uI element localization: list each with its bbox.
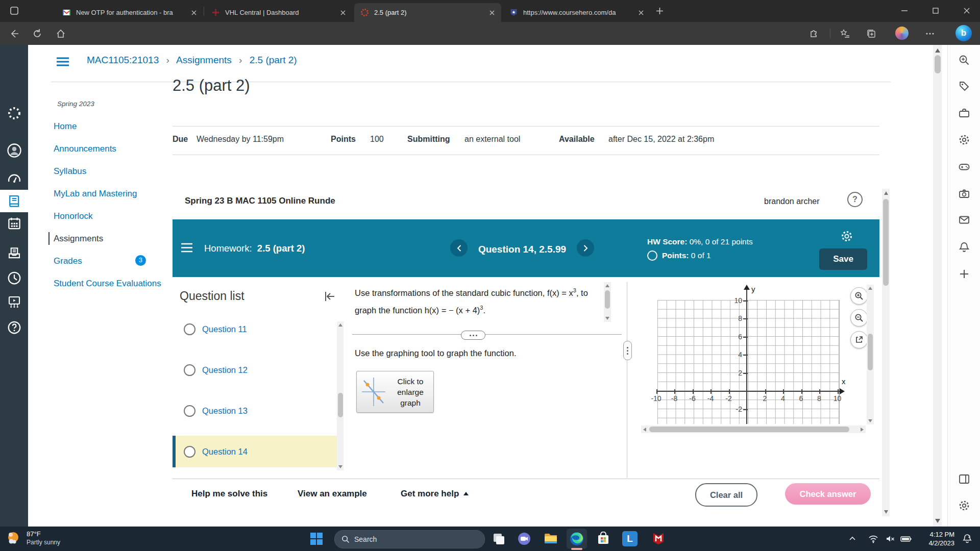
task-view-icon[interactable] [491, 531, 506, 546]
sidebar-panel-icon[interactable] [958, 473, 970, 485]
graph-plot[interactable]: y x -10-8-6-4-2246810108642-2 [633, 282, 880, 436]
dashboard-gauge-icon[interactable] [7, 171, 22, 187]
window-close-button[interactable] [961, 5, 972, 16]
sidebar-add-icon[interactable] [958, 268, 970, 280]
question-list-item-active[interactable]: Question 14 [173, 436, 337, 467]
course-nav-evaluations[interactable]: Student Course Evaluations [54, 277, 163, 290]
courses-book-icon[interactable] [7, 193, 22, 209]
question-list-item[interactable]: Question 13 [173, 395, 337, 427]
chat-icon[interactable] [517, 531, 532, 546]
start-button[interactable] [309, 531, 324, 546]
scrollbar-thumb[interactable] [338, 393, 343, 417]
history-clock-icon[interactable] [7, 270, 22, 286]
previous-question-button[interactable] [450, 239, 468, 257]
sidebar-tools-icon[interactable] [958, 107, 970, 119]
inbox-icon[interactable] [7, 246, 22, 261]
course-nav-mylab[interactable]: MyLab and Mastering [54, 187, 163, 200]
scroll-down-arrow-icon[interactable] [884, 510, 888, 514]
splitter-drag-handle[interactable] [461, 331, 485, 340]
clock-widget[interactable]: 4:12 PM 4/2/2023 [915, 531, 954, 547]
help-me-solve-button[interactable]: Help me solve this [191, 489, 267, 499]
tray-chevron-icon[interactable] [845, 531, 860, 546]
course-nav-home[interactable]: Home [54, 120, 163, 133]
file-explorer-icon[interactable] [543, 531, 558, 546]
graph-zoom-out-button[interactable] [850, 309, 868, 327]
studio-icon[interactable] [7, 294, 22, 310]
sidebar-search-icon[interactable] [958, 54, 970, 66]
tab-close-icon[interactable] [190, 9, 198, 17]
graph-horizontal-scrollbar[interactable] [641, 425, 866, 433]
tab-close-icon[interactable] [488, 9, 496, 17]
view-example-button[interactable]: View an example [298, 489, 367, 499]
graph-zoom-in-button[interactable] [850, 287, 868, 305]
battery-icon[interactable] [898, 531, 914, 546]
tab-workspaces-icon[interactable] [9, 6, 19, 16]
home-icon[interactable] [56, 29, 66, 39]
refresh-icon[interactable] [32, 29, 42, 39]
mylab-scrollbar[interactable] [882, 189, 890, 516]
sidebar-settings-icon[interactable] [958, 499, 970, 512]
save-button[interactable]: Save [819, 248, 867, 270]
question-list-scrollbar[interactable] [337, 321, 344, 470]
enlarge-graph-button[interactable]: Click to enlarge graph [356, 371, 434, 413]
extensions-puzzle-icon[interactable] [809, 29, 819, 39]
breadcrumb-assignments-link[interactable]: Assignments [176, 55, 232, 65]
help-icon[interactable] [7, 320, 22, 335]
app-l-icon[interactable]: L [622, 531, 638, 546]
collapse-question-list-icon[interactable] [324, 290, 336, 303]
sidebar-notifications-icon[interactable] [958, 241, 970, 253]
next-question-button[interactable] [577, 239, 594, 257]
course-nav-grades[interactable]: Grades 3 [54, 255, 163, 267]
favorites-icon[interactable] [840, 29, 850, 39]
scroll-left-arrow-icon[interactable] [643, 428, 646, 432]
scroll-right-arrow-icon[interactable] [861, 428, 864, 432]
page-scrollbar[interactable] [933, 45, 942, 527]
get-more-help-button[interactable]: Get more help [401, 489, 467, 499]
sidebar-camera-icon[interactable] [958, 188, 970, 200]
scrollbar-thumb[interactable] [868, 334, 873, 370]
scroll-down-arrow-icon[interactable] [338, 465, 342, 468]
browser-tab-canvas-active[interactable]: 2.5 (part 2) [354, 3, 501, 22]
account-avatar-icon[interactable] [7, 143, 22, 158]
graph-vertical-scrollbar[interactable] [867, 285, 874, 424]
breadcrumb-course-link[interactable]: MAC1105:21013 [87, 55, 159, 65]
window-minimize-button[interactable] [899, 5, 910, 16]
mcafee-icon[interactable] [651, 531, 666, 546]
tab-close-icon[interactable] [339, 9, 347, 17]
mylab-help-icon[interactable]: ? [847, 192, 863, 207]
notification-bell-icon[interactable] [960, 531, 975, 546]
clear-all-button[interactable]: Clear all [695, 483, 757, 507]
sidebar-mail-icon[interactable] [958, 214, 970, 226]
course-nav-honorlock[interactable]: Honorlock [54, 210, 163, 222]
browser-tab-gmail[interactable]: New OTP for authentication - bra [56, 3, 203, 22]
panel-splitter-drag-handle[interactable] [623, 341, 632, 360]
homework-menu-hamburger-icon[interactable] [181, 243, 193, 253]
sidebar-apps-icon[interactable] [958, 134, 970, 146]
scroll-down-arrow-icon[interactable] [605, 317, 609, 320]
scroll-up-arrow-icon[interactable] [935, 48, 940, 53]
profile-avatar[interactable] [895, 27, 909, 40]
question-scrollbar[interactable] [604, 282, 611, 322]
tab-close-icon[interactable] [637, 9, 645, 17]
back-icon[interactable] [9, 29, 19, 39]
question-list-item[interactable]: Question 11 [173, 313, 337, 345]
scrollbar-thumb[interactable] [605, 290, 610, 309]
graph-expand-button[interactable] [850, 331, 868, 348]
breadcrumb-page[interactable]: 2.5 (part 2) [250, 55, 297, 65]
scrollbar-thumb[interactable] [883, 199, 889, 286]
taskbar-search[interactable]: Search [334, 530, 485, 548]
scroll-down-arrow-icon[interactable] [935, 519, 940, 523]
settings-gear-icon[interactable] [840, 230, 853, 243]
browser-tab-coursehero[interactable]: https://www.coursehero.com/da [503, 3, 650, 22]
browser-tab-vhl[interactable]: VHL Central | Dashboard [205, 3, 352, 22]
wifi-icon[interactable] [866, 531, 881, 546]
scrollbar-thumb[interactable] [649, 427, 849, 432]
scroll-down-arrow-icon[interactable] [868, 419, 872, 422]
volume-muted-icon[interactable] [883, 531, 898, 546]
scroll-up-arrow-icon[interactable] [605, 284, 609, 287]
course-nav-syllabus[interactable]: Syllabus [54, 165, 163, 178]
scroll-up-arrow-icon[interactable] [868, 287, 872, 290]
sidebar-games-icon[interactable] [958, 161, 970, 173]
bing-discover-icon[interactable]: b [955, 25, 972, 41]
sidebar-shopping-icon[interactable] [958, 80, 970, 92]
